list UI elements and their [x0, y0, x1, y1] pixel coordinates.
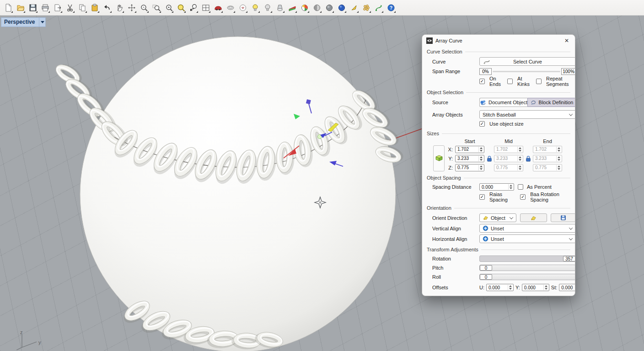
pitch-value[interactable]: 0 [480, 265, 492, 271]
relax-spacing-checkbox[interactable]: ✓ [479, 194, 485, 200]
size-y-start-field[interactable] [455, 155, 484, 162]
paste-icon[interactable] [89, 1, 100, 14]
use-object-size-label: Use object size [489, 121, 524, 127]
spinner-arrows[interactable] [508, 285, 513, 290]
lightbulb-on-icon[interactable] [249, 1, 261, 14]
spinner-arrows[interactable] [478, 156, 483, 161]
zoom-window-icon[interactable] [150, 1, 162, 14]
repeat-segments-label: Repeat Segments [546, 76, 569, 87]
spotlight-icon[interactable] [274, 1, 285, 14]
cut-icon[interactable] [64, 1, 75, 14]
span-min-field[interactable] [479, 68, 492, 75]
spacing-distance-field[interactable] [479, 183, 514, 191]
offset-y-field[interactable] [522, 284, 549, 291]
horizontal-align-value: Unset [491, 236, 504, 242]
print-icon[interactable] [39, 1, 51, 14]
curve-label: Curve [432, 59, 479, 64]
document-object-label: Document Object [488, 100, 527, 105]
sphere-blue-icon[interactable] [336, 1, 347, 14]
horizontal-align-label: Horizontal Align [432, 236, 479, 242]
roll-value[interactable]: 0 [480, 274, 492, 280]
spinner-arrows[interactable] [478, 147, 483, 152]
span-max-field[interactable] [561, 68, 575, 75]
repeat-segments-checkbox[interactable] [536, 79, 542, 84]
lock-icon[interactable] [526, 155, 531, 162]
rotation-label: Rotation [432, 256, 479, 261]
rotation-slider[interactable]: 357 [479, 255, 575, 262]
size-z-mid-field [494, 164, 523, 171]
open-file-icon[interactable] [15, 1, 26, 14]
roll-slider[interactable]: 0 [479, 274, 575, 280]
axis-y-label: Y: [446, 156, 454, 161]
plate-icon[interactable] [225, 1, 236, 14]
spinner-arrows[interactable] [478, 165, 483, 170]
block-definition-button[interactable]: Block Definition [527, 98, 575, 107]
use-object-size-checkbox[interactable]: ✓ [479, 121, 485, 127]
color-wheel-icon[interactable] [299, 1, 310, 14]
orient-pick-button[interactable] [520, 213, 547, 222]
viewport-tab-dropdown[interactable] [39, 17, 46, 27]
span-range-track[interactable] [493, 71, 560, 72]
on-ends-checkbox[interactable]: ✓ [479, 79, 485, 84]
export-page-icon[interactable] [52, 1, 63, 14]
orient-direction-dropdown[interactable]: Object [479, 213, 516, 222]
roll-label: Roll [432, 274, 479, 280]
circle-heart-icon[interactable] [237, 1, 248, 14]
offset-u-field[interactable] [486, 284, 514, 291]
close-icon[interactable]: ✕ [563, 37, 571, 45]
vertical-align-dropdown[interactable]: Unset [479, 224, 575, 233]
axis-label-z: z [20, 330, 23, 335]
undo-icon[interactable] [101, 1, 113, 14]
array-objects-dropdown[interactable]: Stitch Baseball [479, 110, 575, 119]
rotation-value[interactable]: 357 [563, 256, 575, 261]
rotate-view-icon[interactable] [126, 1, 137, 14]
save-icon[interactable] [27, 1, 38, 14]
copy-icon[interactable] [76, 1, 88, 14]
spinner-arrows[interactable] [508, 184, 513, 190]
size-reference-button[interactable] [433, 145, 445, 171]
new-file-icon[interactable] [2, 1, 14, 14]
zoom-extents-icon[interactable] [175, 1, 187, 14]
cluster-icon[interactable] [360, 1, 372, 14]
orient-direction-label: Orient Direction [432, 215, 479, 221]
help-icon[interactable]: ? [385, 1, 397, 14]
sphere-dark-icon[interactable] [323, 1, 335, 14]
curve-path-icon[interactable] [373, 1, 384, 14]
at-kinks-checkbox[interactable] [507, 79, 513, 84]
orient-save-button[interactable] [551, 213, 575, 222]
section-object-spacing: Object Spacing [427, 175, 570, 181]
viewport-layout-icon[interactable] [200, 1, 211, 14]
ban-rotation-spacing-checkbox[interactable]: ✓ [520, 194, 526, 200]
corner-flag-icon[interactable] [348, 1, 360, 14]
viewport-tab-perspective[interactable]: Perspective [1, 17, 39, 27]
size-x-start-field[interactable] [455, 146, 484, 153]
baseball-sphere[interactable] [80, 37, 396, 351]
spinner-arrows[interactable] [543, 285, 548, 290]
array-objects-value: Stitch Baseball [483, 112, 516, 117]
document-object-button[interactable]: Document Object [479, 98, 527, 107]
sphere-shaded-icon[interactable] [311, 1, 322, 14]
horizontal-align-dropdown[interactable]: Unset [479, 234, 575, 243]
pitch-slider[interactable]: 0 [479, 265, 575, 271]
lock-icon[interactable] [487, 155, 492, 162]
as-percent-checkbox[interactable] [518, 184, 523, 190]
zoom-dynamic-icon[interactable] [138, 1, 150, 14]
undo-view-icon[interactable] [188, 1, 199, 14]
document-object-icon [480, 99, 486, 106]
offset-st-field[interactable] [559, 284, 575, 291]
vertical-align-label: Vertical Align [432, 226, 479, 231]
render-wedge-icon[interactable] [286, 1, 298, 14]
offset-y-label: Y: [515, 285, 520, 290]
select-curve-button[interactable]: Select Curve [479, 57, 575, 66]
size-z-start-field[interactable] [455, 164, 484, 171]
dialog-titlebar[interactable]: Array Curve ✕ [422, 35, 575, 46]
at-kinks-label: At Kinks [517, 76, 530, 87]
as-percent-label: As Percent [527, 184, 552, 190]
lightbulb-off-icon[interactable] [262, 1, 273, 14]
block-definition-label: Block Definition [539, 100, 574, 105]
car-icon[interactable] [212, 1, 224, 14]
pan-hand-icon[interactable] [113, 1, 125, 14]
main-toolbar: ? [0, 0, 644, 16]
zoom-selected-icon[interactable] [163, 1, 174, 14]
span-range-slider[interactable] [479, 68, 575, 75]
